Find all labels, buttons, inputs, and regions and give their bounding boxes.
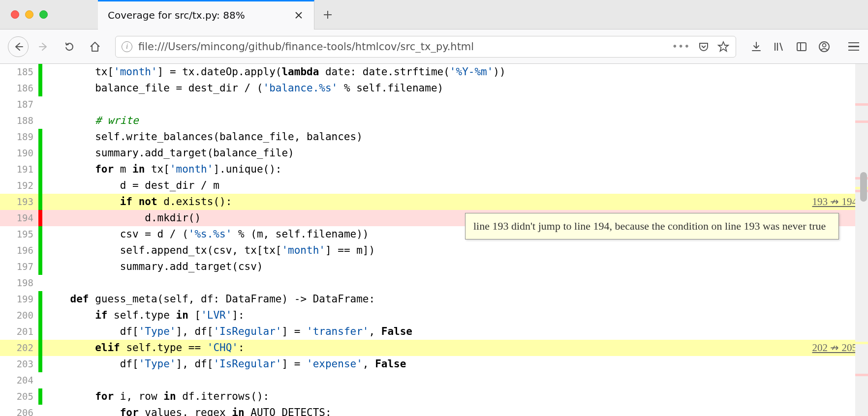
url-bar[interactable]: i file:///Users/mincong/github/finance-t…	[115, 36, 736, 58]
tab-bar: Coverage for src/tx.py: 88%	[0, 0, 868, 30]
url-text: file:///Users/mincong/github/finance-too…	[138, 41, 666, 53]
line-number[interactable]: 196	[0, 242, 38, 259]
line-number[interactable]: 199	[0, 291, 38, 307]
close-icon	[294, 11, 303, 20]
source-text: if self.type in ['LVR']:	[45, 307, 868, 324]
source-line: 202 elif self.type == 'CHQ':202 ↛ 205	[0, 340, 868, 356]
branch-annotation[interactable]: 202 ↛ 205	[812, 340, 858, 356]
svg-rect-0	[797, 43, 806, 51]
source-line: 197 summary.add_target(csv)	[0, 259, 868, 275]
maximize-window-button[interactable]	[39, 10, 48, 19]
source-line: 193 if not d.exists():193 ↛ 194	[0, 194, 868, 210]
back-button[interactable]	[8, 36, 29, 57]
coverage-bar	[38, 80, 42, 96]
source-text: for values, regex in AUTO_DETECTS:	[45, 405, 868, 416]
line-number[interactable]: 189	[0, 129, 38, 145]
source-text: d = dest_dir / m	[45, 178, 868, 194]
source-line: 205 for i, row in df.iterrows():	[0, 388, 868, 405]
line-number[interactable]: 206	[0, 405, 38, 416]
line-number[interactable]: 191	[0, 161, 38, 178]
coverage-bar	[38, 307, 42, 324]
reload-icon	[64, 41, 75, 52]
source-line: 201 df['Type'], df['IsRegular'] = 'trans…	[0, 324, 868, 340]
branch-annotation[interactable]: 193 ↛ 194	[812, 194, 858, 210]
hamburger-icon	[848, 42, 859, 51]
coverage-bar	[38, 129, 42, 145]
source-line: 203 df['Type'], df['IsRegular'] = 'expen…	[0, 356, 868, 372]
library-button[interactable]	[773, 40, 785, 53]
coverage-bar	[38, 356, 42, 372]
coverage-bar	[38, 340, 42, 356]
coverage-bar	[38, 145, 42, 161]
branch-tooltip: line 193 didn't jump to line 194, becaus…	[465, 213, 839, 239]
source-line: 186 balance_file = dest_dir / ('balance.…	[0, 80, 868, 96]
line-number[interactable]: 195	[0, 226, 38, 242]
pocket-button[interactable]	[697, 40, 710, 53]
source-line: 191 for m in tx['month'].unique():	[0, 161, 868, 178]
line-number[interactable]: 188	[0, 113, 38, 129]
coverage-bar	[38, 64, 42, 80]
line-number[interactable]: 192	[0, 178, 38, 194]
page-info-button[interactable]: i	[122, 41, 132, 52]
scroll-tick[interactable]	[855, 103, 868, 106]
coverage-bar	[38, 210, 42, 226]
line-number[interactable]: 204	[0, 372, 38, 388]
line-number[interactable]: 203	[0, 356, 38, 372]
line-number[interactable]: 198	[0, 275, 38, 291]
scroll-tick[interactable]	[855, 342, 868, 344]
scroll-tick[interactable]	[855, 120, 868, 123]
window-controls	[0, 10, 59, 19]
source-text: def guess_meta(self, df: DataFrame) -> D…	[45, 291, 868, 307]
scrollbar-track[interactable]	[855, 64, 868, 416]
forward-button[interactable]	[33, 36, 54, 57]
toolbar-right	[750, 40, 860, 53]
close-tab-button[interactable]	[293, 10, 304, 21]
pocket-icon	[698, 41, 710, 53]
coverage-bar	[38, 96, 42, 113]
close-window-button[interactable]	[11, 10, 19, 19]
bookmark-button[interactable]	[717, 40, 730, 53]
coverage-bar	[38, 405, 42, 416]
line-number[interactable]: 197	[0, 259, 38, 275]
scroll-tick[interactable]	[855, 374, 868, 376]
source-line: 200 if self.type in ['LVR']:	[0, 307, 868, 324]
source-text: if not d.exists():193 ↛ 194	[45, 194, 868, 210]
source-lines: 185 tx['month'] = tx.dateOp.apply(lambda…	[0, 64, 868, 416]
account-button[interactable]	[818, 40, 831, 53]
sidebar-button[interactable]	[795, 40, 808, 53]
source-line: 192 d = dest_dir / m	[0, 178, 868, 194]
plus-icon	[323, 10, 333, 20]
active-tab[interactable]: Coverage for src/tx.py: 88%	[98, 0, 314, 30]
line-number[interactable]: 187	[0, 96, 38, 113]
scrollbar-thumb[interactable]	[860, 172, 867, 202]
line-number[interactable]: 185	[0, 64, 38, 80]
library-icon	[773, 41, 785, 53]
svg-point-2	[823, 43, 826, 47]
line-number[interactable]: 205	[0, 388, 38, 405]
line-number[interactable]: 200	[0, 307, 38, 324]
line-number[interactable]: 190	[0, 145, 38, 161]
source-text: # write	[45, 113, 868, 129]
coverage-bar	[38, 194, 42, 210]
line-number[interactable]: 186	[0, 80, 38, 96]
toolbar: i file:///Users/mincong/github/finance-t…	[0, 30, 868, 64]
coverage-bar	[38, 275, 42, 291]
line-number[interactable]: 201	[0, 324, 38, 340]
arrow-right-icon	[38, 41, 49, 52]
new-tab-button[interactable]	[322, 9, 333, 20]
source-text: self.write_balances(balance_file, balanc…	[45, 129, 868, 145]
line-number[interactable]: 202	[0, 340, 38, 356]
source-line: 204	[0, 372, 868, 388]
home-button[interactable]	[85, 36, 105, 57]
source-line: 206 for values, regex in AUTO_DETECTS:	[0, 405, 868, 416]
source-text: df['Type'], df['IsRegular'] = 'transfer'…	[45, 324, 868, 340]
reload-button[interactable]	[59, 36, 80, 57]
line-number[interactable]: 193	[0, 194, 38, 210]
line-number[interactable]: 194	[0, 210, 38, 226]
menu-button[interactable]	[847, 40, 860, 53]
coverage-bar	[38, 161, 42, 178]
downloads-button[interactable]	[750, 40, 763, 53]
more-icon[interactable]: •••	[672, 42, 690, 51]
minimize-window-button[interactable]	[25, 10, 33, 19]
sidebar-icon	[796, 41, 807, 53]
